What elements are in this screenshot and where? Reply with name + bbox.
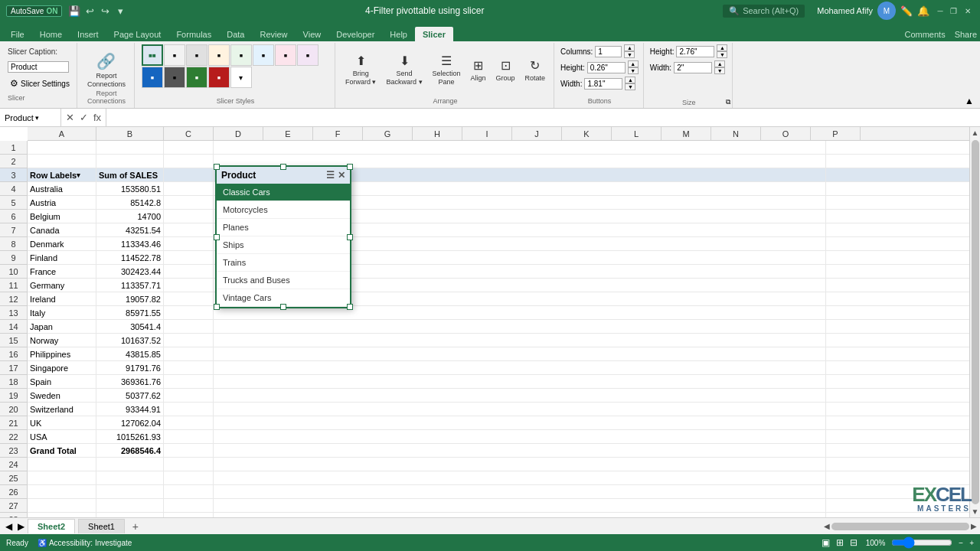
resize-handle-bc[interactable] <box>280 304 286 310</box>
cancel-formula-icon[interactable]: ✕ <box>64 112 76 123</box>
row-24[interactable]: 24 <box>0 458 27 471</box>
scroll-tabs-right[interactable]: ▶ <box>15 521 26 532</box>
slicer-style-4[interactable]: ■ <box>208 44 230 66</box>
tab-help[interactable]: Help <box>382 27 415 41</box>
slicer-style-9[interactable]: ■ <box>142 67 163 88</box>
sheet-tab-sheet1[interactable]: Sheet1 <box>78 519 125 533</box>
row-13[interactable]: 13 <box>0 306 27 320</box>
autosave-badge[interactable]: AutoSave ON <box>6 5 62 17</box>
insert-function-icon[interactable]: fx <box>92 112 103 123</box>
col-header-J[interactable]: J <box>512 127 562 140</box>
row-2[interactable]: 2 <box>0 155 27 168</box>
scroll-thumb-vertical[interactable] <box>972 140 979 504</box>
group-button[interactable]: ⊡ Group <box>492 56 519 84</box>
row-25[interactable]: 25 <box>0 471 27 485</box>
row-10[interactable]: 10 <box>0 265 27 279</box>
col-header-P[interactable]: P <box>811 127 861 140</box>
slicer-style-5[interactable]: ■ <box>230 44 252 66</box>
row-21[interactable]: 21 <box>0 416 27 430</box>
resize-handle-mr[interactable] <box>347 234 353 240</box>
slicer-settings-button[interactable]: ⚙ Slicer Settings <box>8 77 72 90</box>
slicer-style-8[interactable]: ■ <box>297 44 318 66</box>
report-connections-button[interactable]: 🔗 ReportConnections <box>83 50 129 91</box>
sheet-tab-sheet2[interactable]: Sheet2 <box>28 519 75 533</box>
zoom-out-icon[interactable]: − <box>959 539 963 547</box>
tab-file[interactable]: File <box>3 27 32 41</box>
size-width-spinner[interactable]: ▲ ▼ <box>714 60 725 74</box>
tab-review[interactable]: Review <box>252 27 295 41</box>
col-header-M[interactable]: M <box>662 127 711 140</box>
row-28[interactable]: 28 <box>0 513 27 517</box>
row-7[interactable]: 7 <box>0 223 27 237</box>
col-header-C[interactable]: C <box>164 127 214 140</box>
row-14[interactable]: 14 <box>0 320 27 334</box>
minimize-button[interactable]: ─ <box>934 5 946 17</box>
row-5[interactable]: 5 <box>0 196 27 210</box>
col-header-N[interactable]: N <box>711 127 761 140</box>
slicer-style-1[interactable]: ■■ <box>142 44 163 66</box>
zoom-in-icon[interactable]: + <box>969 539 974 547</box>
slicer[interactable]: Product ☰ ✕ Classic Cars Motorcycles Pla… <box>215 165 351 308</box>
vertical-scrollbar[interactable]: ▲ ▼ <box>969 127 980 517</box>
btn-height-spinner[interactable]: ▲ ▼ <box>628 60 639 74</box>
tab-home[interactable]: Home <box>32 27 70 41</box>
slicer-style-3[interactable]: ■ <box>186 44 207 66</box>
col-header-O[interactable]: O <box>761 127 811 140</box>
slicer-clear-icon[interactable]: ✕ <box>338 170 345 181</box>
undo-icon[interactable]: ↩ <box>83 5 96 17</box>
row-8[interactable]: 8 <box>0 237 27 251</box>
size-expand-icon[interactable]: ⧉ <box>726 98 730 106</box>
col-header-F[interactable]: F <box>313 127 363 140</box>
share-button[interactable]: Share <box>955 30 977 39</box>
row-19[interactable]: 19 <box>0 389 27 403</box>
slicer-caption-input[interactable] <box>8 61 69 73</box>
formula-content[interactable] <box>106 109 980 126</box>
row-18[interactable]: 18 <box>0 375 27 389</box>
horizontal-scrollbar[interactable]: ◀ ▶ <box>824 522 977 530</box>
row-9[interactable]: 9 <box>0 251 27 265</box>
col-header-E[interactable]: E <box>263 127 313 140</box>
tab-slicer[interactable]: Slicer <box>415 27 453 41</box>
resize-handle-tc[interactable] <box>280 164 286 170</box>
slicer-multiselect-icon[interactable]: ☰ <box>326 170 335 181</box>
scroll-right-button[interactable]: ▶ <box>971 522 977 530</box>
btn-width-spinner[interactable]: ▲ ▼ <box>625 77 635 90</box>
slicer-style-2[interactable]: ■ <box>164 44 185 66</box>
align-button[interactable]: ⊞ Align <box>467 56 490 84</box>
col-header-H[interactable]: H <box>413 127 462 140</box>
resize-handle-tl[interactable] <box>214 164 220 170</box>
pen-icon[interactable]: ✏️ <box>900 5 913 17</box>
page-layout-view-button[interactable]: ⊞ <box>834 536 846 549</box>
save-icon[interactable]: 💾 <box>68 5 80 17</box>
row-17[interactable]: 17 <box>0 361 27 375</box>
col-header-D[interactable]: D <box>214 127 263 140</box>
name-box-dropdown[interactable]: ▾ <box>35 114 39 122</box>
resize-handle-tr[interactable] <box>347 164 353 170</box>
collapse-ribbon-button[interactable]: ▲ <box>962 94 977 108</box>
name-box[interactable]: Product ▾ <box>0 109 61 126</box>
row-11[interactable]: 11 <box>0 279 27 292</box>
slicer-item-planes[interactable]: Planes <box>217 219 350 236</box>
size-height-input[interactable] <box>676 46 714 57</box>
row-3[interactable]: 3 <box>0 168 27 182</box>
row-27[interactable]: 27 <box>0 499 27 513</box>
row-6[interactable]: 6 <box>0 210 27 223</box>
user-avatar[interactable]: M <box>877 2 896 20</box>
confirm-formula-icon[interactable]: ✓ <box>78 112 90 123</box>
bring-forward-button[interactable]: ⬆ BringForward ▾ <box>341 51 381 89</box>
zoom-slider[interactable] <box>891 536 952 549</box>
row-22[interactable]: 22 <box>0 430 27 444</box>
tab-insert[interactable]: Insert <box>70 27 106 41</box>
col-header-K[interactable]: K <box>562 127 612 140</box>
slicer-style-6[interactable]: ■ <box>253 44 274 66</box>
selection-pane-button[interactable]: ☰ SelectionPane <box>429 51 465 89</box>
tab-formulas[interactable]: Formulas <box>168 27 219 41</box>
row-23[interactable]: 23 <box>0 444 27 458</box>
slicer-item-classic-cars[interactable]: Classic Cars <box>217 184 350 201</box>
normal-view-button[interactable]: ▣ <box>820 536 832 549</box>
slicer-style-10[interactable]: ■ <box>164 67 185 88</box>
tab-data[interactable]: Data <box>219 27 252 41</box>
row-1[interactable]: 1 <box>0 141 27 155</box>
slicer-item-trucks-and-buses[interactable]: Trucks and Buses <box>217 272 350 289</box>
row-12[interactable]: 12 <box>0 292 27 306</box>
